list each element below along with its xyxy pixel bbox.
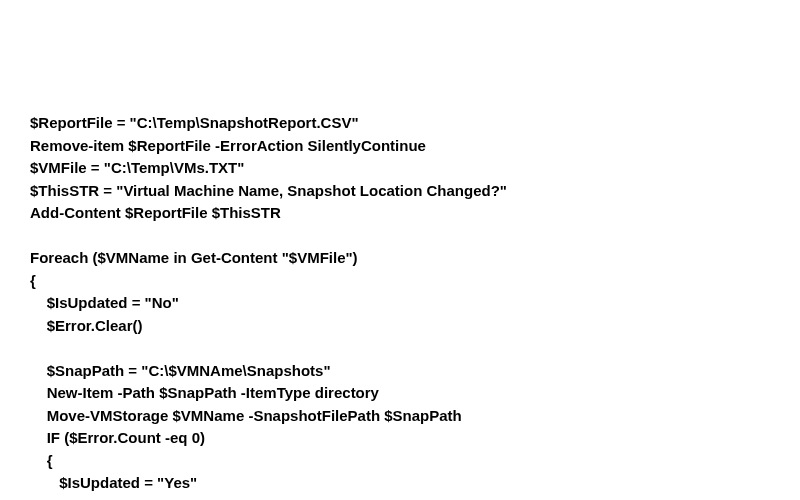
code-line: Move-VMStorage $VMName -SnapshotFilePath… <box>30 407 462 424</box>
code-line: IF ($Error.Count -eq 0) <box>30 429 205 446</box>
code-line: $SnapPath = "C:\$VMNAme\Snapshots" <box>30 362 331 379</box>
code-line: $ReportFile = "C:\Temp\SnapshotReport.CS… <box>30 114 359 131</box>
code-line: $IsUpdated = "Yes" <box>30 474 197 491</box>
code-line: New-Item -Path $SnapPath -ItemType direc… <box>30 384 379 401</box>
code-line: Foreach ($VMName in Get-Content "$VMFile… <box>30 249 358 266</box>
code-line: { <box>30 452 53 469</box>
code-line: } <box>30 497 53 501</box>
code-line: $ThisSTR = "Virtual Machine Name, Snapsh… <box>30 182 507 199</box>
code-line: $Error.Clear() <box>30 317 143 334</box>
code-line: Remove-item $ReportFile -ErrorAction Sil… <box>30 137 426 154</box>
powershell-script: $ReportFile = "C:\Temp\SnapshotReport.CS… <box>30 112 770 500</box>
code-line: $VMFile = "C:\Temp\VMs.TXT" <box>30 159 244 176</box>
code-line: Add-Content $ReportFile $ThisSTR <box>30 204 281 221</box>
code-line: $IsUpdated = "No" <box>30 294 179 311</box>
code-line: { <box>30 272 36 289</box>
